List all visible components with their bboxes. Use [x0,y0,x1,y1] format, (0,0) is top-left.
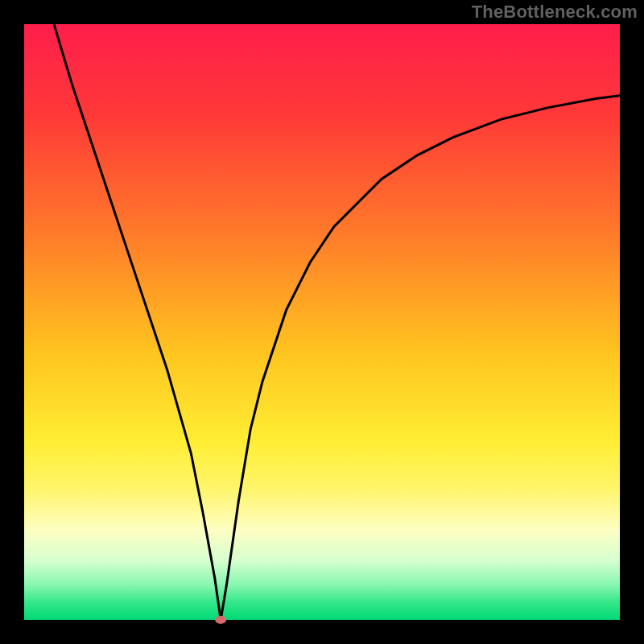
watermark-text: TheBottleneck.com [472,2,638,23]
chart-frame: TheBottleneck.com [0,0,644,644]
minimum-marker [215,616,226,624]
bottleneck-chart [0,0,644,644]
plot-background [24,24,620,620]
